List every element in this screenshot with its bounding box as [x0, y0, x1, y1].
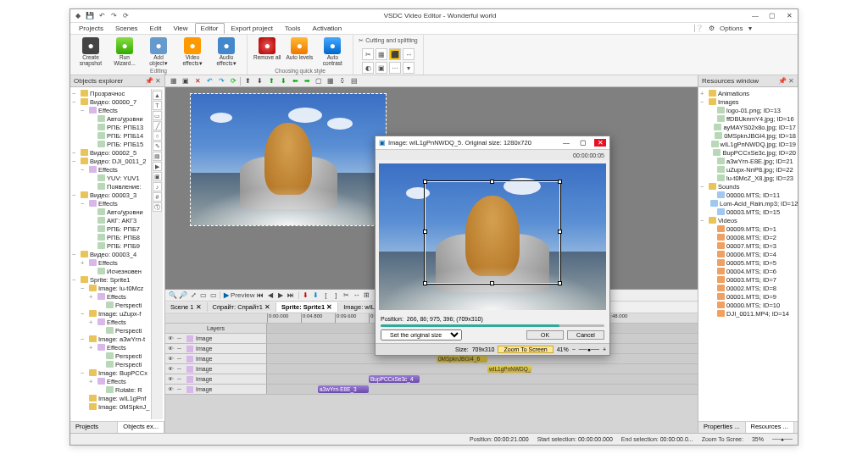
tool-image-icon[interactable]: ▣ [153, 172, 162, 181]
tab-properties[interactable]: Properties ... [698, 422, 746, 433]
qat-save-icon[interactable]: 💾 [86, 12, 94, 20]
close-button[interactable]: ✕ [784, 12, 794, 19]
ribbon-remove-all[interactable]: ●Remove all [253, 36, 282, 62]
tree-node[interactable]: +Effects [72, 377, 151, 385]
panel-pin-icon[interactable]: 📌 ✕ [778, 77, 794, 85]
zoom-to-screen-button[interactable]: Zoom To Screen [498, 346, 553, 353]
tree-node[interactable]: 00000.MTS; ID=10 [700, 301, 796, 309]
tool-btn-6[interactable]: ▣ [376, 62, 387, 74]
ct-align-icon[interactable]: ⬇ [278, 77, 288, 85]
dialog-maximize-button[interactable]: ▢ [577, 139, 589, 147]
timeline-tab[interactable]: Scene 1 ✕ [165, 302, 208, 312]
tree-node[interactable]: РПБ: РПБ7 [72, 224, 151, 233]
tree-node[interactable]: −Прозрачнос [72, 89, 151, 97]
tree-node[interactable]: −Видео: 00002_5 [72, 148, 151, 157]
tree-node[interactable]: −Images [700, 97, 796, 106]
tree-node[interactable]: Perspecti [72, 301, 151, 309]
tree-node[interactable]: Perspecti [72, 352, 151, 360]
tree-node[interactable]: 00000.MTS; ID=11 [700, 191, 796, 199]
menu-activation[interactable]: Activation [308, 24, 348, 33]
visibility-icon[interactable]: 👁 [168, 386, 175, 392]
visibility-icon[interactable]: 👁 [168, 346, 175, 352]
tree-node[interactable]: −Image: a3wYrn-t [72, 335, 151, 343]
tree-node[interactable]: −Image: uZupx-f [72, 309, 151, 318]
timeline-clip[interactable]: BupPCCxSe3c_4 [369, 375, 420, 383]
tl-fit-icon[interactable]: ⤢ [189, 291, 198, 299]
play-icon[interactable]: ▶ [224, 291, 229, 299]
ct-align-icon[interactable]: ⬆ [242, 77, 253, 85]
tree-node[interactable]: BupPCCxSe3c.jpg; ID=20 [700, 148, 796, 157]
tool-btn-4[interactable]: ↔ [403, 48, 415, 60]
ct-cut-icon[interactable]: ✕ [192, 77, 203, 85]
ct-btn[interactable]: ▣ [181, 77, 191, 85]
position-slider[interactable] [381, 324, 604, 327]
menu-edit[interactable]: Edit [145, 24, 167, 33]
tool-btn-7[interactable]: ⋯ [389, 62, 401, 74]
tree-node[interactable]: Появление: [72, 182, 151, 191]
size-mode-select[interactable]: Set the original size [381, 329, 462, 340]
ct-redo-icon[interactable]: ↷ [216, 77, 226, 85]
tree-node[interactable]: −Image: BupPCCx [72, 368, 151, 377]
tree-node[interactable]: −Effects [72, 165, 151, 174]
visibility-icon[interactable]: 👁 [168, 366, 175, 372]
panel-pin-icon[interactable]: 📌 ✕ [145, 77, 161, 85]
ribbon-create-snapshot[interactable]: ●Create snapshot [75, 36, 106, 67]
visibility-icon[interactable]: 👁 [168, 335, 175, 341]
visibility-icon[interactable]: 👁 [168, 376, 175, 382]
tree-node[interactable]: −Effects [72, 199, 151, 208]
tree-node[interactable]: −Effects [72, 106, 151, 114]
ct-undo-icon[interactable]: ↶ [204, 77, 214, 85]
tree-node[interactable]: 00008.MTS; ID=2 [700, 233, 796, 241]
tab-projects-explorer[interactable]: Projects ex... [70, 422, 118, 433]
tl-cut-icon[interactable]: ✂ [342, 291, 350, 299]
tree-node[interactable]: РПБ: РПБ9 [72, 241, 151, 250]
tool-subtitle-icon[interactable]: Ⓣ [153, 202, 162, 212]
tree-node[interactable]: +Effects [72, 258, 151, 267]
menu-tools[interactable]: Tools [280, 24, 306, 33]
ct-refresh-icon[interactable]: ⟳ [228, 77, 238, 85]
tree-node[interactable]: Image: 0MSpknJ_ [72, 402, 151, 411]
status-zoom-slider[interactable]: ──●── [772, 436, 793, 442]
tree-node[interactable]: РПБ: РПБ15 [72, 140, 151, 148]
tl-zoomin-icon[interactable]: 🔍 [169, 291, 177, 299]
tree-node[interactable]: РПБ: РПБ14 [72, 131, 151, 140]
tl-btn[interactable]: ▭ [199, 291, 208, 299]
tab-resources[interactable]: Resources ... [746, 422, 794, 433]
timeline-tab[interactable]: Спрайт: Спрайт1 ✕ [208, 302, 276, 312]
tree-node[interactable]: 00007.MTS; ID=3 [700, 241, 796, 250]
timeline-clip[interactable]: wIL1gPnNWDQ_5 [487, 365, 531, 373]
tree-node[interactable]: 0MSpknJBGI4.jpg; ID=18 [700, 131, 796, 140]
tree-node[interactable]: Perspecti [72, 326, 151, 335]
dialog-titlebar[interactable]: ▣ Image: wIL1gPnNWDQ_5. Original size: 1… [376, 136, 609, 150]
tree-node[interactable]: ayMAYS02x8o.jpg; ID=17 [700, 123, 796, 131]
ok-button[interactable]: OK [526, 330, 564, 340]
tree-node[interactable]: АКГ: АКГ3 [72, 216, 151, 224]
tree-node[interactable]: Lom-Acid_Rain.mp3; ID=12 [700, 199, 796, 208]
tree-node[interactable]: РПБ: РПБ13 [72, 123, 151, 131]
qat-undo-icon[interactable]: ↶ [97, 12, 106, 20]
options-dropdown-icon[interactable]: ▾ [748, 25, 752, 32]
tl-marker-icon[interactable]: ⬇ [311, 291, 320, 299]
tree-node[interactable]: −Image: lu-t0Mcz [72, 284, 151, 292]
tree-node[interactable]: +Effects [72, 292, 151, 301]
tree-node[interactable]: −Видео: DJI_0011_2 [72, 157, 151, 165]
tree-node[interactable]: +Effects [72, 343, 151, 352]
cancel-button[interactable]: Cancel [567, 330, 604, 340]
tree-node[interactable]: +Effects [72, 318, 151, 326]
zoom-slider[interactable]: ──●── [579, 346, 599, 352]
tree-node[interactable]: Image: wIL1gPnf [72, 394, 151, 402]
objects-tree[interactable]: −Прозрачнос−Видео: 00000_7−EffectsАвто/у… [72, 89, 151, 419]
tree-node[interactable]: −Видео: 00003_3 [72, 191, 151, 199]
qat-refresh-icon[interactable]: ⟳ [121, 12, 130, 20]
tree-node[interactable]: РПБ: РПБ8 [72, 233, 151, 241]
tool-line-icon[interactable]: ╱ [153, 121, 162, 130]
tl-btn[interactable]: ▭ [209, 291, 218, 299]
tree-node[interactable]: 00003.MTS; ID=15 [700, 208, 796, 216]
tl-btn[interactable]: ↔ [352, 291, 360, 299]
tree-node[interactable]: +Animations [700, 89, 796, 97]
zoom-in-icon[interactable]: + [603, 346, 606, 352]
tree-node[interactable]: lu-t0McZ_X8.jpg; ID=23 [700, 174, 796, 182]
tree-node[interactable]: 00002.MTS; ID=8 [700, 284, 796, 292]
visibility-icon[interactable]: 👁 [168, 356, 175, 362]
menu-editor[interactable]: Editor [195, 23, 225, 34]
